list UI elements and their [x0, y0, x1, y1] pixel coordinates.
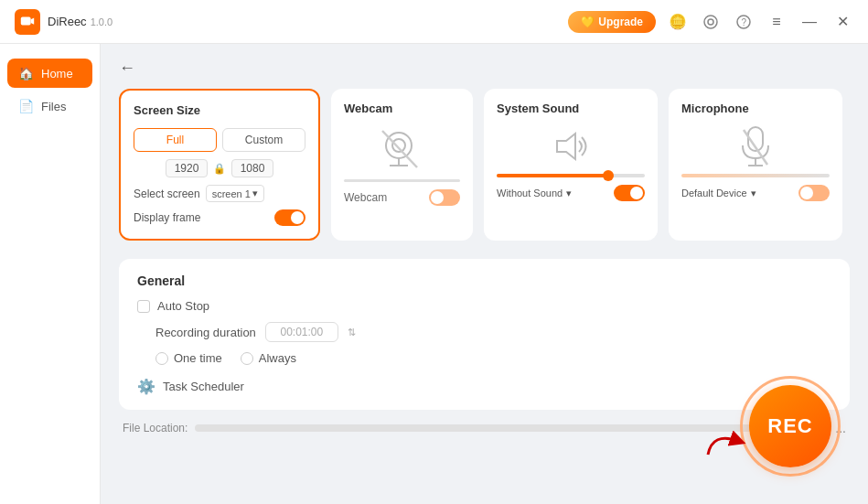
screen-size-title: Screen Size	[134, 103, 200, 117]
dimensions-row: 🔒	[166, 159, 273, 177]
task-scheduler-row[interactable]: ⚙️ Task Scheduler	[137, 378, 831, 395]
height-input[interactable]	[231, 159, 273, 177]
svg-marker-1	[31, 17, 35, 24]
microphone-icon	[733, 126, 778, 166]
full-button[interactable]: Full	[134, 128, 217, 152]
rec-outer-ring: REC	[740, 376, 841, 477]
chevron-down-icon: ▾	[751, 188, 756, 199]
gear-icon: ⚙️	[137, 378, 155, 395]
system-sound-icon	[548, 126, 594, 166]
minimize-icon[interactable]: —	[798, 11, 820, 33]
one-time-option[interactable]: One time	[155, 351, 222, 365]
svg-point-3	[708, 19, 713, 25]
screen-size-card: Screen Size Full Custom 🔒 Select screen …	[119, 89, 320, 241]
display-frame-row: Display frame	[134, 209, 305, 226]
microphone-bottom-row: Default Device ▾	[681, 185, 830, 201]
rec-button[interactable]: REC	[749, 385, 831, 467]
webcam-icon	[375, 126, 430, 172]
titlebar-actions: 💛 Upgrade 🪙 ? ≡ — ✕	[568, 11, 853, 33]
webcam-title: Webcam	[344, 102, 392, 115]
size-buttons: Full Custom	[134, 128, 305, 152]
main-layout: 🏠 Home 📄 Files ← Screen Size Full Custom…	[0, 44, 868, 504]
microphone-slider[interactable]	[681, 174, 830, 177]
close-icon[interactable]: ✕	[831, 11, 853, 33]
webcam-bottom-row: Webcam	[344, 189, 460, 206]
files-icon: 📄	[18, 99, 34, 113]
sidebar-item-files[interactable]: 📄 Files	[7, 91, 92, 121]
coin-icon[interactable]: 🪙	[667, 11, 689, 33]
system-sound-card: System Sound Without Sound ▾	[484, 89, 658, 241]
webcam-toggle[interactable]	[429, 189, 460, 206]
custom-button[interactable]: Custom	[222, 128, 305, 152]
titlebar: DiReec1.0.0 💛 Upgrade 🪙 ? ≡ — ✕	[0, 0, 868, 44]
app-name: DiReec1.0.0	[48, 15, 113, 28]
recording-duration-row: Recording duration ⇅	[137, 322, 831, 342]
webcam-slider-row	[344, 179, 460, 182]
chevron-down-icon: ▾	[252, 188, 258, 199]
webcam-card: Webcam Webcam	[331, 89, 473, 241]
display-frame-toggle[interactable]	[274, 209, 305, 226]
rec-arrow	[703, 423, 749, 463]
always-option[interactable]: Always	[241, 351, 296, 365]
system-sound-toggle[interactable]	[614, 185, 645, 201]
cards-row: Screen Size Full Custom 🔒 Select screen …	[119, 89, 850, 241]
settings-ring-icon[interactable]	[700, 11, 722, 33]
upgrade-button[interactable]: 💛 Upgrade	[568, 11, 656, 33]
chevron-down-icon: ▾	[566, 188, 572, 199]
sidebar-item-home[interactable]: 🏠 Home	[7, 59, 92, 88]
duration-spin-icon: ⇅	[348, 327, 356, 338]
svg-marker-11	[557, 134, 575, 159]
auto-stop-checkbox[interactable]	[137, 300, 150, 313]
select-screen-row: Select screen screen 1 ▾	[134, 185, 305, 202]
microphone-toggle[interactable]	[798, 185, 830, 201]
home-icon: 🏠	[18, 66, 34, 80]
width-input[interactable]	[166, 159, 208, 177]
svg-text:?: ?	[742, 17, 747, 27]
content-area: ← Screen Size Full Custom 🔒 Select scree…	[101, 44, 868, 504]
rec-label: REC	[767, 414, 812, 438]
always-radio[interactable]	[241, 352, 253, 365]
duration-input[interactable]	[265, 322, 338, 342]
default-device-select[interactable]: Default Device ▾	[681, 188, 756, 199]
svg-point-2	[704, 16, 717, 28]
heart-icon: 💛	[581, 16, 595, 28]
back-button[interactable]: ←	[119, 59, 135, 78]
rec-button-container: REC	[740, 376, 841, 477]
general-title: General	[137, 273, 831, 288]
microphone-title: Microphone	[681, 102, 749, 115]
system-sound-bottom-row: Without Sound ▾	[497, 185, 645, 201]
system-sound-slider[interactable]	[497, 174, 645, 177]
radio-row: One time Always	[155, 351, 831, 365]
help-icon[interactable]: ?	[733, 11, 755, 33]
microphone-card: Microphone Default Device ▾	[669, 89, 842, 241]
auto-stop-row: Auto Stop	[137, 299, 831, 313]
svg-rect-0	[21, 16, 31, 25]
menu-icon[interactable]: ≡	[766, 11, 788, 33]
without-sound-select[interactable]: Without Sound ▾	[497, 188, 572, 199]
app-logo	[15, 9, 40, 35]
svg-point-6	[386, 133, 412, 158]
system-sound-title: System Sound	[497, 102, 579, 115]
svg-point-7	[392, 139, 405, 152]
one-time-radio[interactable]	[155, 352, 168, 365]
screen-select-wrapper[interactable]: screen 1 ▾	[206, 185, 264, 202]
sidebar: 🏠 Home 📄 Files	[0, 44, 101, 504]
webcam-slider[interactable]	[344, 179, 460, 182]
lock-icon: 🔒	[213, 163, 226, 175]
